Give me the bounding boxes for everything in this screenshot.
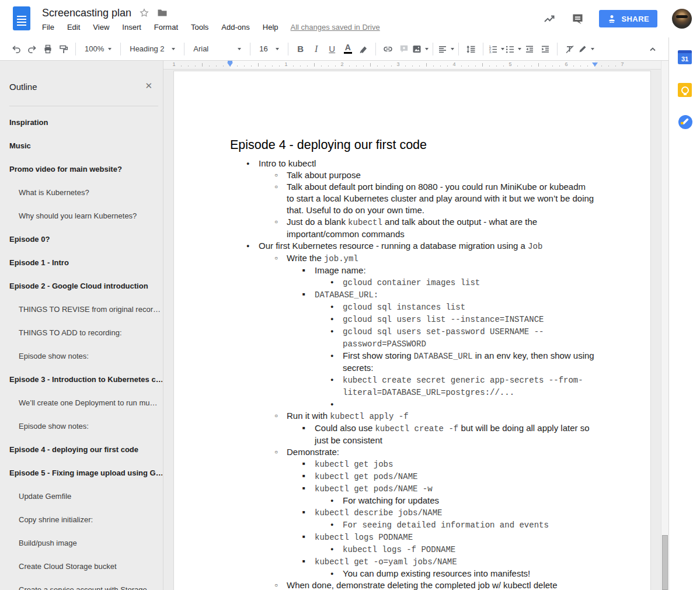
- insert-image-icon[interactable]: [412, 41, 429, 57]
- bulleted-list-icon[interactable]: [504, 41, 521, 57]
- print-icon[interactable]: [40, 41, 55, 57]
- align-icon[interactable]: [437, 41, 454, 57]
- ruler-tick: [384, 65, 385, 67]
- outline-item[interactable]: Episode 0?: [0, 228, 162, 251]
- decrease-indent-icon[interactable]: [521, 41, 537, 57]
- collapse-toolbar-icon[interactable]: [645, 41, 660, 57]
- increase-indent-icon[interactable]: [537, 41, 553, 57]
- outline-item[interactable]: Episode 3 - Introduction to Kubernetes c…: [0, 368, 162, 391]
- outline-item[interactable]: What is Kubernetes?: [0, 181, 162, 204]
- outline-item[interactable]: THINGS TO ADD to recording:: [0, 321, 162, 345]
- outline-item[interactable]: Copy shrine initializer:: [0, 508, 162, 532]
- doc-list-item: ■DATABASE_URL:: [230, 289, 594, 301]
- left-indent-marker[interactable]: [227, 63, 233, 67]
- bullet-glyph: ●: [330, 325, 333, 337]
- menu-insert[interactable]: Insert: [116, 23, 148, 32]
- doc-list-item: ○Run it with kubectl apply -f: [230, 410, 594, 422]
- outline-item[interactable]: Why should you learn Kubernetes?: [0, 204, 162, 228]
- ruler-tick: [209, 65, 210, 67]
- close-icon[interactable]: ✕: [145, 81, 152, 91]
- vertical-scrollbar-thumb[interactable]: [662, 535, 668, 590]
- ruler-tick: [503, 65, 504, 67]
- bullet-glyph: ●: [330, 350, 333, 362]
- underline-button[interactable]: U: [324, 41, 340, 57]
- menu-view[interactable]: View: [86, 23, 116, 32]
- menu-help[interactable]: Help: [256, 23, 285, 32]
- outline-item[interactable]: Episode 4 - deploying our first code: [0, 438, 162, 461]
- numbered-list-icon[interactable]: 1.2.3.: [487, 41, 504, 57]
- share-button[interactable]: SHARE: [599, 10, 657, 27]
- bullet-glyph: ○: [274, 579, 278, 590]
- chevron-down-icon: [172, 48, 175, 50]
- outline-item[interactable]: Build/push image: [0, 532, 162, 555]
- account-avatar[interactable]: [672, 9, 692, 29]
- outline-item[interactable]: Create a service account with Storage: [0, 578, 162, 590]
- outline-item[interactable]: Episode show notes:: [0, 345, 162, 368]
- vertical-scrollbar-track[interactable]: [661, 61, 668, 590]
- ruler-tick: [181, 65, 182, 67]
- highlight-color-icon[interactable]: [356, 41, 371, 57]
- text-color-button[interactable]: A: [340, 41, 356, 57]
- outline-item[interactable]: Episode show notes:: [0, 415, 162, 438]
- bold-button[interactable]: B: [292, 41, 308, 57]
- style-value: Heading 2: [130, 44, 164, 53]
- save-status[interactable]: All changes saved in Drive: [291, 23, 380, 32]
- font-size-select[interactable]: 16: [255, 41, 284, 57]
- google-docs-logo-icon[interactable]: [13, 6, 30, 30]
- ruler-tick: [538, 63, 539, 67]
- outline-item[interactable]: Episode 2 - Google Cloud introduction: [0, 275, 162, 298]
- bullet-glyph: ■: [302, 422, 305, 434]
- body-text: Could also use: [315, 423, 375, 433]
- move-folder-icon[interactable]: [157, 8, 168, 18]
- outline-item[interactable]: Music: [0, 134, 162, 158]
- menu-addons[interactable]: Add-ons: [215, 23, 256, 32]
- outline-item[interactable]: Create Cloud Storage bucket: [0, 555, 162, 578]
- code-text: gcloud sql users list --instance=INSTANC…: [343, 315, 544, 324]
- document-canvas: 11234567 Episode 4 - deploying our first…: [163, 61, 661, 590]
- font-family-select[interactable]: Arial: [189, 41, 246, 57]
- document-page[interactable]: Episode 4 - deploying our first code ●In…: [173, 71, 651, 590]
- undo-icon[interactable]: [8, 41, 24, 57]
- outline-item[interactable]: Episode 5 - Fixing image upload using G…: [0, 461, 162, 485]
- menu-tools[interactable]: Tools: [184, 23, 215, 32]
- outline-item[interactable]: We’ll create one Deployment to run mu…: [0, 391, 162, 415]
- italic-button[interactable]: I: [308, 41, 324, 57]
- comments-icon[interactable]: [571, 12, 584, 26]
- right-indent-marker[interactable]: [592, 63, 598, 67]
- document-title[interactable]: Screencasting plan: [42, 7, 131, 19]
- menu-edit[interactable]: Edit: [61, 23, 86, 32]
- ruler-number: 1: [284, 61, 287, 67]
- outline-item[interactable]: Promo video for main website?: [0, 158, 162, 181]
- code-text: gcloud sql instances list: [343, 303, 465, 312]
- body-text: For watching for updates: [343, 495, 439, 505]
- insert-link-icon[interactable]: [380, 41, 396, 57]
- ruler-tick: [461, 65, 462, 67]
- outline-item[interactable]: Inspiration: [0, 111, 162, 134]
- menu-file[interactable]: File: [42, 23, 61, 32]
- editing-mode-icon[interactable]: [577, 41, 594, 57]
- zoom-select[interactable]: 100%: [80, 41, 116, 57]
- ruler-tick: [468, 65, 469, 67]
- body-text: Run it with: [287, 411, 330, 421]
- star-icon[interactable]: [139, 8, 149, 18]
- ruler-tick: [300, 65, 301, 67]
- insights-icon[interactable]: [542, 12, 556, 26]
- clear-formatting-icon[interactable]: [562, 41, 577, 57]
- outline-item[interactable]: THINGS TO REVISE from original recor…: [0, 298, 162, 321]
- tasks-icon[interactable]: [678, 114, 693, 130]
- size-value: 16: [259, 44, 267, 53]
- calendar-icon[interactable]: 31: [678, 50, 692, 64]
- ruler[interactable]: 11234567: [163, 61, 661, 70]
- outline-item[interactable]: Episode 1 - Intro: [0, 251, 162, 275]
- ruler-ticks: 11234567: [163, 61, 661, 69]
- insert-comment-icon[interactable]: [396, 41, 412, 57]
- paragraph-style-select[interactable]: Heading 2: [125, 41, 180, 57]
- line-spacing-icon[interactable]: [463, 41, 479, 57]
- redo-icon[interactable]: [24, 41, 40, 57]
- code-text: gcloud sql users set-password USERNAME -…: [343, 327, 544, 349]
- bullet-glyph: ■: [302, 483, 305, 494]
- menu-format[interactable]: Format: [148, 23, 184, 32]
- keep-icon[interactable]: [678, 83, 692, 97]
- outline-item[interactable]: Update Gemfile: [0, 485, 162, 508]
- paint-format-icon[interactable]: [55, 41, 71, 57]
